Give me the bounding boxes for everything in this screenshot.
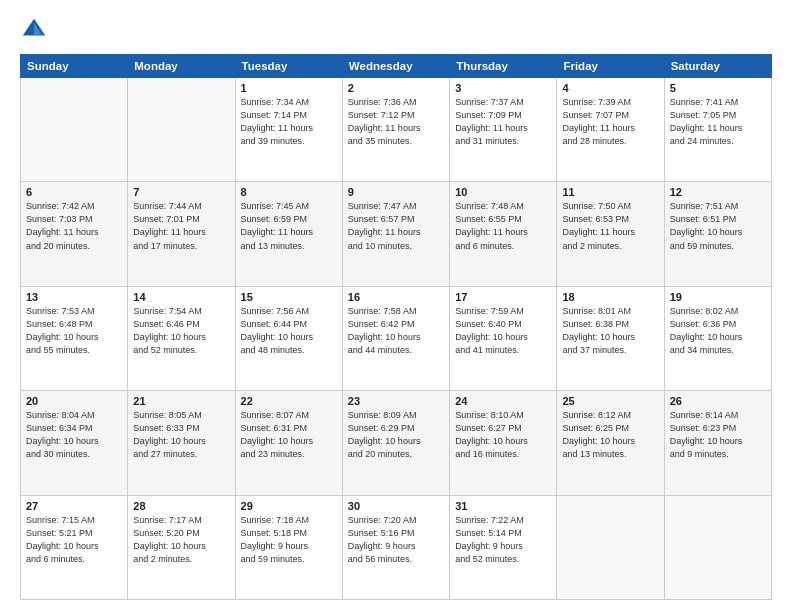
day-number: 19: [670, 291, 766, 303]
calendar-cell: 28Sunrise: 7:17 AM Sunset: 5:20 PM Dayli…: [128, 495, 235, 599]
day-number: 24: [455, 395, 551, 407]
day-info: Sunrise: 7:20 AM Sunset: 5:16 PM Dayligh…: [348, 514, 444, 566]
calendar-cell: 9Sunrise: 7:47 AM Sunset: 6:57 PM Daylig…: [342, 182, 449, 286]
day-info: Sunrise: 8:14 AM Sunset: 6:23 PM Dayligh…: [670, 409, 766, 461]
day-number: 20: [26, 395, 122, 407]
day-info: Sunrise: 7:50 AM Sunset: 6:53 PM Dayligh…: [562, 200, 658, 252]
day-info: Sunrise: 7:59 AM Sunset: 6:40 PM Dayligh…: [455, 305, 551, 357]
calendar-cell: 2Sunrise: 7:36 AM Sunset: 7:12 PM Daylig…: [342, 78, 449, 182]
calendar-cell: 21Sunrise: 8:05 AM Sunset: 6:33 PM Dayli…: [128, 391, 235, 495]
day-number: 10: [455, 186, 551, 198]
calendar-week-row: 27Sunrise: 7:15 AM Sunset: 5:21 PM Dayli…: [21, 495, 772, 599]
day-number: 3: [455, 82, 551, 94]
day-number: 2: [348, 82, 444, 94]
day-info: Sunrise: 7:58 AM Sunset: 6:42 PM Dayligh…: [348, 305, 444, 357]
day-number: 5: [670, 82, 766, 94]
day-number: 4: [562, 82, 658, 94]
weekday-header-saturday: Saturday: [664, 55, 771, 78]
day-number: 23: [348, 395, 444, 407]
calendar-cell: 7Sunrise: 7:44 AM Sunset: 7:01 PM Daylig…: [128, 182, 235, 286]
calendar-cell: 20Sunrise: 8:04 AM Sunset: 6:34 PM Dayli…: [21, 391, 128, 495]
day-number: 22: [241, 395, 337, 407]
day-number: 16: [348, 291, 444, 303]
calendar-cell: 29Sunrise: 7:18 AM Sunset: 5:18 PM Dayli…: [235, 495, 342, 599]
day-number: 6: [26, 186, 122, 198]
day-info: Sunrise: 8:05 AM Sunset: 6:33 PM Dayligh…: [133, 409, 229, 461]
day-info: Sunrise: 8:12 AM Sunset: 6:25 PM Dayligh…: [562, 409, 658, 461]
day-number: 25: [562, 395, 658, 407]
calendar-cell: 18Sunrise: 8:01 AM Sunset: 6:38 PM Dayli…: [557, 286, 664, 390]
weekday-header-thursday: Thursday: [450, 55, 557, 78]
day-number: 21: [133, 395, 229, 407]
day-number: 29: [241, 500, 337, 512]
calendar-cell: 24Sunrise: 8:10 AM Sunset: 6:27 PM Dayli…: [450, 391, 557, 495]
day-info: Sunrise: 7:15 AM Sunset: 5:21 PM Dayligh…: [26, 514, 122, 566]
day-number: 7: [133, 186, 229, 198]
logo: [20, 16, 52, 44]
day-info: Sunrise: 7:22 AM Sunset: 5:14 PM Dayligh…: [455, 514, 551, 566]
day-number: 28: [133, 500, 229, 512]
calendar-cell: 10Sunrise: 7:48 AM Sunset: 6:55 PM Dayli…: [450, 182, 557, 286]
calendar-cell: 12Sunrise: 7:51 AM Sunset: 6:51 PM Dayli…: [664, 182, 771, 286]
day-number: 14: [133, 291, 229, 303]
weekday-header-row: SundayMondayTuesdayWednesdayThursdayFrid…: [21, 55, 772, 78]
calendar-cell: 17Sunrise: 7:59 AM Sunset: 6:40 PM Dayli…: [450, 286, 557, 390]
calendar-cell: 25Sunrise: 8:12 AM Sunset: 6:25 PM Dayli…: [557, 391, 664, 495]
weekday-header-wednesday: Wednesday: [342, 55, 449, 78]
calendar-cell: 31Sunrise: 7:22 AM Sunset: 5:14 PM Dayli…: [450, 495, 557, 599]
weekday-header-tuesday: Tuesday: [235, 55, 342, 78]
calendar-cell: 11Sunrise: 7:50 AM Sunset: 6:53 PM Dayli…: [557, 182, 664, 286]
day-number: 30: [348, 500, 444, 512]
calendar-week-row: 1Sunrise: 7:34 AM Sunset: 7:14 PM Daylig…: [21, 78, 772, 182]
calendar-cell: 26Sunrise: 8:14 AM Sunset: 6:23 PM Dayli…: [664, 391, 771, 495]
day-number: 17: [455, 291, 551, 303]
calendar-cell: 16Sunrise: 7:58 AM Sunset: 6:42 PM Dayli…: [342, 286, 449, 390]
calendar-cell: [128, 78, 235, 182]
day-info: Sunrise: 7:53 AM Sunset: 6:48 PM Dayligh…: [26, 305, 122, 357]
calendar-cell: 14Sunrise: 7:54 AM Sunset: 6:46 PM Dayli…: [128, 286, 235, 390]
weekday-header-friday: Friday: [557, 55, 664, 78]
calendar-cell: 6Sunrise: 7:42 AM Sunset: 7:03 PM Daylig…: [21, 182, 128, 286]
header: [20, 16, 772, 44]
day-info: Sunrise: 7:18 AM Sunset: 5:18 PM Dayligh…: [241, 514, 337, 566]
day-number: 26: [670, 395, 766, 407]
day-info: Sunrise: 7:47 AM Sunset: 6:57 PM Dayligh…: [348, 200, 444, 252]
calendar-cell: 22Sunrise: 8:07 AM Sunset: 6:31 PM Dayli…: [235, 391, 342, 495]
day-number: 8: [241, 186, 337, 198]
day-info: Sunrise: 7:36 AM Sunset: 7:12 PM Dayligh…: [348, 96, 444, 148]
day-info: Sunrise: 7:54 AM Sunset: 6:46 PM Dayligh…: [133, 305, 229, 357]
day-number: 12: [670, 186, 766, 198]
calendar-table: SundayMondayTuesdayWednesdayThursdayFrid…: [20, 54, 772, 600]
day-info: Sunrise: 7:56 AM Sunset: 6:44 PM Dayligh…: [241, 305, 337, 357]
day-info: Sunrise: 7:37 AM Sunset: 7:09 PM Dayligh…: [455, 96, 551, 148]
day-info: Sunrise: 7:51 AM Sunset: 6:51 PM Dayligh…: [670, 200, 766, 252]
calendar-cell: 30Sunrise: 7:20 AM Sunset: 5:16 PM Dayli…: [342, 495, 449, 599]
calendar-cell: 19Sunrise: 8:02 AM Sunset: 6:36 PM Dayli…: [664, 286, 771, 390]
day-info: Sunrise: 8:01 AM Sunset: 6:38 PM Dayligh…: [562, 305, 658, 357]
day-number: 1: [241, 82, 337, 94]
calendar-cell: [664, 495, 771, 599]
calendar-cell: [21, 78, 128, 182]
day-number: 31: [455, 500, 551, 512]
calendar-cell: 15Sunrise: 7:56 AM Sunset: 6:44 PM Dayli…: [235, 286, 342, 390]
day-info: Sunrise: 7:44 AM Sunset: 7:01 PM Dayligh…: [133, 200, 229, 252]
day-number: 15: [241, 291, 337, 303]
day-number: 11: [562, 186, 658, 198]
calendar-week-row: 13Sunrise: 7:53 AM Sunset: 6:48 PM Dayli…: [21, 286, 772, 390]
calendar-week-row: 20Sunrise: 8:04 AM Sunset: 6:34 PM Dayli…: [21, 391, 772, 495]
day-info: Sunrise: 8:04 AM Sunset: 6:34 PM Dayligh…: [26, 409, 122, 461]
day-info: Sunrise: 7:41 AM Sunset: 7:05 PM Dayligh…: [670, 96, 766, 148]
calendar-cell: 13Sunrise: 7:53 AM Sunset: 6:48 PM Dayli…: [21, 286, 128, 390]
calendar-cell: 27Sunrise: 7:15 AM Sunset: 5:21 PM Dayli…: [21, 495, 128, 599]
day-number: 9: [348, 186, 444, 198]
day-info: Sunrise: 7:17 AM Sunset: 5:20 PM Dayligh…: [133, 514, 229, 566]
day-info: Sunrise: 8:07 AM Sunset: 6:31 PM Dayligh…: [241, 409, 337, 461]
day-info: Sunrise: 8:09 AM Sunset: 6:29 PM Dayligh…: [348, 409, 444, 461]
day-info: Sunrise: 7:45 AM Sunset: 6:59 PM Dayligh…: [241, 200, 337, 252]
day-number: 13: [26, 291, 122, 303]
weekday-header-monday: Monday: [128, 55, 235, 78]
calendar-cell: 4Sunrise: 7:39 AM Sunset: 7:07 PM Daylig…: [557, 78, 664, 182]
calendar-cell: [557, 495, 664, 599]
calendar-cell: 3Sunrise: 7:37 AM Sunset: 7:09 PM Daylig…: [450, 78, 557, 182]
day-number: 18: [562, 291, 658, 303]
